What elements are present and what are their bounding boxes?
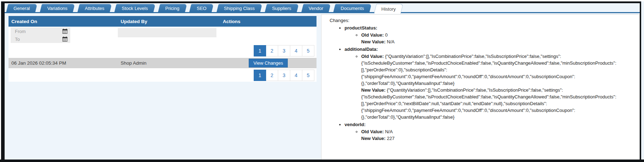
page-button-3[interactable]: 3 <box>278 70 290 81</box>
change-item-vendor-id: vendorId: Old Value: N/A New Value: 227 <box>345 121 637 142</box>
history-filter-row <box>9 27 317 44</box>
tab-variations-label: Variations <box>47 6 67 11</box>
tab-documents[interactable]: Documents <box>334 4 370 13</box>
tab-suppliers-label: Suppliers <box>272 6 291 11</box>
product-tabbar: General Variations Attributes Stock Leve… <box>5 3 640 13</box>
column-header-created-on: Created On <box>9 19 118 24</box>
old-value: {"QuantityVariation":[],"IsCombinationPr… <box>361 54 616 86</box>
date-from-input[interactable] <box>14 28 61 34</box>
change-field-name: productStatus: <box>345 25 377 31</box>
tab-variations[interactable]: Variations <box>41 4 74 13</box>
change-values: Old Value: {"QuantityVariation":[],"IsCo… <box>361 53 637 120</box>
tab-pricing-label: Pricing <box>165 6 180 11</box>
date-to-input[interactable] <box>14 36 61 42</box>
page-button-1[interactable]: 1 <box>254 70 266 81</box>
tab-seo-label: SEO <box>197 6 206 11</box>
frame-bottom-bar <box>0 160 644 162</box>
product-editor-screen: General Variations Attributes Stock Leve… <box>5 3 640 160</box>
tab-vendor-label: Vendor <box>309 6 323 11</box>
tab-shipping-class-label: Shipping Class <box>224 6 255 11</box>
tab-attributes-label: Attributes <box>85 6 104 11</box>
change-item-additional-data: additionalData: Old Value: {"QuantityVar… <box>345 46 637 120</box>
tab-stock-levels[interactable]: Stock Levels <box>115 4 154 13</box>
page-button-4[interactable]: 4 <box>290 45 302 56</box>
date-from-calendar-button[interactable] <box>62 29 67 34</box>
date-range-filter <box>11 27 70 43</box>
history-row-updated-by: Shop Admin <box>118 60 220 66</box>
new-value: N/A <box>387 39 395 44</box>
tab-attributes[interactable]: Attributes <box>78 4 111 13</box>
new-value: 227 <box>387 136 395 141</box>
history-row-created-on: 06 Jan 2026 02:05:34 PM <box>9 60 118 66</box>
column-header-actions: Actions <box>220 19 317 24</box>
change-field-name: vendorId: <box>345 122 365 127</box>
new-value-label: New Value: <box>361 136 386 141</box>
tab-history-label: History <box>381 6 396 12</box>
column-header-updated-by: Updated By <box>118 19 220 24</box>
page-button-2[interactable]: 2 <box>266 45 278 56</box>
history-table-header: Created On Updated By Actions <box>9 16 317 27</box>
date-from-field[interactable] <box>11 27 70 35</box>
tab-suppliers[interactable]: Suppliers <box>266 4 298 13</box>
change-item-product-status: productStatus: Old Value: 0 New Value: N… <box>345 25 637 45</box>
old-value-label: Old Value: <box>361 32 384 38</box>
changes-title: Changes: <box>330 17 637 24</box>
tab-general[interactable]: General <box>7 4 36 13</box>
view-changes-button[interactable]: View Changes <box>249 59 288 68</box>
history-table: Created On Updated By Actions <box>9 16 317 82</box>
tab-general-label: General <box>13 6 30 11</box>
tab-history[interactable]: History <box>375 4 402 14</box>
history-row: 06 Jan 2026 02:05:34 PM Shop Admin View … <box>9 58 317 68</box>
calendar-icon <box>62 37 67 42</box>
pagination-bottom: 1 2 3 4 5 <box>9 69 317 82</box>
tab-documents-label: Documents <box>341 6 364 11</box>
change-values: Old Value: 0 New Value: N/A <box>361 32 637 45</box>
changes-panel: Changes: productStatus: Old Value: 0 New… <box>321 14 640 160</box>
old-value: N/A <box>385 129 393 134</box>
new-value-label: New Value: <box>361 39 386 44</box>
calendar-icon <box>62 29 67 34</box>
tab-shipping-class[interactable]: Shipping Class <box>218 4 261 13</box>
old-value-label: Old Value: <box>361 129 384 134</box>
tab-seo[interactable]: SEO <box>190 4 213 13</box>
page-button-5[interactable]: 5 <box>302 45 314 56</box>
page-button-1[interactable]: 1 <box>254 45 266 56</box>
old-value: 0 <box>385 32 387 38</box>
new-value-label: New Value: <box>361 87 386 93</box>
date-to-calendar-button[interactable] <box>62 37 67 42</box>
old-value-label: Old Value: <box>361 54 384 59</box>
change-field-name: additionalData: <box>345 47 378 52</box>
page-button-4[interactable]: 4 <box>290 70 302 81</box>
tab-vendor[interactable]: Vendor <box>302 4 330 13</box>
tab-pricing[interactable]: Pricing <box>159 4 186 13</box>
change-values: Old Value: N/A New Value: 227 <box>361 128 637 142</box>
updated-by-filter-input[interactable] <box>118 28 216 37</box>
frame-right-gap <box>641 1 644 160</box>
tab-stock-levels-label: Stock Levels <box>122 6 148 11</box>
page-button-5[interactable]: 5 <box>302 70 314 81</box>
new-value: {"QuantityVariation":[],"IsCombinationPr… <box>361 87 616 120</box>
page-button-3[interactable]: 3 <box>278 45 290 56</box>
page-button-2[interactable]: 2 <box>266 70 278 81</box>
changes-list: productStatus: Old Value: 0 New Value: N… <box>330 25 637 142</box>
date-to-field[interactable] <box>11 35 70 43</box>
pagination-top: 1 2 3 4 5 <box>9 44 317 57</box>
